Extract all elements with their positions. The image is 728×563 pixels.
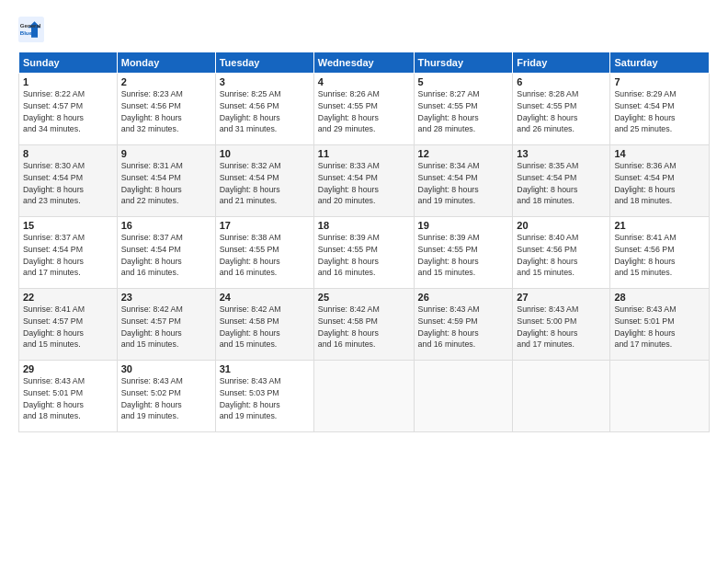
calendar-cell: 30Sunrise: 8:43 AM Sunset: 5:02 PM Dayli… <box>117 361 215 432</box>
day-info: Sunrise: 8:26 AM Sunset: 4:55 PM Dayligh… <box>318 88 410 135</box>
day-number: 12 <box>418 148 509 159</box>
day-number: 17 <box>220 220 310 231</box>
calendar-week-row: 15Sunrise: 8:37 AM Sunset: 4:54 PM Dayli… <box>19 217 710 289</box>
day-info: Sunrise: 8:43 AM Sunset: 5:03 PM Dayligh… <box>220 375 310 422</box>
weekday-header-wednesday: Wednesday <box>313 52 414 74</box>
weekday-header-saturday: Saturday <box>610 52 710 74</box>
day-number: 11 <box>318 148 410 159</box>
calendar-cell: 11Sunrise: 8:33 AM Sunset: 4:54 PM Dayli… <box>313 145 414 217</box>
logo: General Blue <box>18 17 44 42</box>
calendar-cell: 20Sunrise: 8:40 AM Sunset: 4:56 PM Dayli… <box>513 217 610 289</box>
calendar-cell: 19Sunrise: 8:39 AM Sunset: 4:55 PM Dayli… <box>414 217 513 289</box>
calendar-cell: 13Sunrise: 8:35 AM Sunset: 4:54 PM Dayli… <box>513 145 610 217</box>
day-info: Sunrise: 8:28 AM Sunset: 4:55 PM Dayligh… <box>517 88 606 135</box>
calendar-week-row: 1Sunrise: 8:22 AM Sunset: 4:57 PM Daylig… <box>19 74 710 145</box>
day-number: 28 <box>614 292 705 303</box>
day-number: 31 <box>220 363 310 374</box>
day-number: 27 <box>517 292 606 303</box>
calendar-cell: 8Sunrise: 8:30 AM Sunset: 4:54 PM Daylig… <box>19 145 118 217</box>
calendar-cell: 28Sunrise: 8:43 AM Sunset: 5:01 PM Dayli… <box>610 289 710 361</box>
calendar-cell: 12Sunrise: 8:34 AM Sunset: 4:54 PM Dayli… <box>414 145 513 217</box>
day-number: 29 <box>23 363 113 374</box>
day-info: Sunrise: 8:27 AM Sunset: 4:55 PM Dayligh… <box>418 88 509 135</box>
calendar-cell: 1Sunrise: 8:22 AM Sunset: 4:57 PM Daylig… <box>19 74 118 145</box>
calendar-cell: 23Sunrise: 8:42 AM Sunset: 4:57 PM Dayli… <box>117 289 215 361</box>
day-info: Sunrise: 8:37 AM Sunset: 4:54 PM Dayligh… <box>23 232 113 279</box>
day-info: Sunrise: 8:40 AM Sunset: 4:56 PM Dayligh… <box>517 232 606 279</box>
day-info: Sunrise: 8:42 AM Sunset: 4:58 PM Dayligh… <box>220 304 310 350</box>
calendar-cell: 15Sunrise: 8:37 AM Sunset: 4:54 PM Dayli… <box>19 217 118 289</box>
calendar-cell: 24Sunrise: 8:42 AM Sunset: 4:58 PM Dayli… <box>215 289 313 361</box>
calendar-cell: 3Sunrise: 8:25 AM Sunset: 4:56 PM Daylig… <box>215 74 313 145</box>
calendar-cell: 21Sunrise: 8:41 AM Sunset: 4:56 PM Dayli… <box>610 217 710 289</box>
day-info: Sunrise: 8:43 AM Sunset: 4:59 PM Dayligh… <box>418 304 509 350</box>
calendar-week-row: 8Sunrise: 8:30 AM Sunset: 4:54 PM Daylig… <box>19 145 710 217</box>
day-info: Sunrise: 8:36 AM Sunset: 4:54 PM Dayligh… <box>614 160 705 207</box>
day-number: 22 <box>23 292 113 303</box>
day-number: 18 <box>318 220 410 231</box>
day-number: 9 <box>121 148 211 159</box>
calendar-cell <box>414 361 513 432</box>
calendar-cell: 26Sunrise: 8:43 AM Sunset: 4:59 PM Dayli… <box>414 289 513 361</box>
day-info: Sunrise: 8:43 AM Sunset: 5:01 PM Dayligh… <box>23 375 113 422</box>
day-number: 1 <box>23 76 113 87</box>
day-number: 25 <box>318 292 410 303</box>
svg-text:Blue: Blue <box>20 29 33 36</box>
svg-text:General: General <box>20 22 41 29</box>
day-info: Sunrise: 8:34 AM Sunset: 4:54 PM Dayligh… <box>418 160 509 207</box>
day-info: Sunrise: 8:41 AM Sunset: 4:56 PM Dayligh… <box>614 232 705 279</box>
day-number: 16 <box>121 220 211 231</box>
day-number: 21 <box>614 220 705 231</box>
calendar-cell: 14Sunrise: 8:36 AM Sunset: 4:54 PM Dayli… <box>610 145 710 217</box>
calendar-cell <box>513 361 610 432</box>
day-number: 15 <box>23 220 113 231</box>
day-number: 6 <box>517 76 606 87</box>
weekday-header-sunday: Sunday <box>19 52 118 74</box>
weekday-header-friday: Friday <box>513 52 610 74</box>
day-info: Sunrise: 8:25 AM Sunset: 4:56 PM Dayligh… <box>220 88 310 135</box>
day-info: Sunrise: 8:30 AM Sunset: 4:54 PM Dayligh… <box>23 160 113 207</box>
day-info: Sunrise: 8:35 AM Sunset: 4:54 PM Dayligh… <box>517 160 606 207</box>
calendar-cell: 22Sunrise: 8:41 AM Sunset: 4:57 PM Dayli… <box>19 289 118 361</box>
calendar-week-row: 22Sunrise: 8:41 AM Sunset: 4:57 PM Dayli… <box>19 289 710 361</box>
weekday-header-monday: Monday <box>117 52 215 74</box>
day-number: 8 <box>23 148 113 159</box>
calendar-cell: 9Sunrise: 8:31 AM Sunset: 4:54 PM Daylig… <box>117 145 215 217</box>
calendar-cell: 16Sunrise: 8:37 AM Sunset: 4:54 PM Dayli… <box>117 217 215 289</box>
weekday-header-thursday: Thursday <box>414 52 513 74</box>
calendar-table: SundayMondayTuesdayWednesdayThursdayFrid… <box>18 52 710 432</box>
day-number: 14 <box>614 148 705 159</box>
calendar-cell: 2Sunrise: 8:23 AM Sunset: 4:56 PM Daylig… <box>117 74 215 145</box>
day-info: Sunrise: 8:41 AM Sunset: 4:57 PM Dayligh… <box>23 304 113 350</box>
day-number: 19 <box>418 220 509 231</box>
calendar-cell: 29Sunrise: 8:43 AM Sunset: 5:01 PM Dayli… <box>19 361 118 432</box>
day-info: Sunrise: 8:22 AM Sunset: 4:57 PM Dayligh… <box>23 88 113 135</box>
weekday-header-tuesday: Tuesday <box>215 52 313 74</box>
day-info: Sunrise: 8:43 AM Sunset: 5:01 PM Dayligh… <box>614 304 705 350</box>
day-number: 13 <box>517 148 606 159</box>
day-number: 20 <box>517 220 606 231</box>
day-number: 23 <box>121 292 211 303</box>
day-info: Sunrise: 8:29 AM Sunset: 4:54 PM Dayligh… <box>614 88 705 135</box>
calendar-cell: 27Sunrise: 8:43 AM Sunset: 5:00 PM Dayli… <box>513 289 610 361</box>
day-number: 2 <box>121 76 211 87</box>
calendar-cell <box>313 361 414 432</box>
calendar-cell: 7Sunrise: 8:29 AM Sunset: 4:54 PM Daylig… <box>610 74 710 145</box>
calendar-cell: 25Sunrise: 8:42 AM Sunset: 4:58 PM Dayli… <box>313 289 414 361</box>
calendar-cell: 6Sunrise: 8:28 AM Sunset: 4:55 PM Daylig… <box>513 74 610 145</box>
calendar-cell: 17Sunrise: 8:38 AM Sunset: 4:55 PM Dayli… <box>215 217 313 289</box>
calendar-week-row: 29Sunrise: 8:43 AM Sunset: 5:01 PM Dayli… <box>19 361 710 432</box>
day-info: Sunrise: 8:31 AM Sunset: 4:54 PM Dayligh… <box>121 160 211 207</box>
calendar-page: General Blue SundayMondayTuesdayWednesda… <box>0 0 728 563</box>
calendar-cell: 4Sunrise: 8:26 AM Sunset: 4:55 PM Daylig… <box>313 74 414 145</box>
header: General Blue <box>18 17 710 42</box>
calendar-cell: 10Sunrise: 8:32 AM Sunset: 4:54 PM Dayli… <box>215 145 313 217</box>
day-info: Sunrise: 8:38 AM Sunset: 4:55 PM Dayligh… <box>220 232 310 279</box>
day-number: 30 <box>121 363 211 374</box>
day-info: Sunrise: 8:42 AM Sunset: 4:57 PM Dayligh… <box>121 304 211 350</box>
calendar-cell: 18Sunrise: 8:39 AM Sunset: 4:55 PM Dayli… <box>313 217 414 289</box>
day-info: Sunrise: 8:33 AM Sunset: 4:54 PM Dayligh… <box>318 160 410 207</box>
day-info: Sunrise: 8:39 AM Sunset: 4:55 PM Dayligh… <box>318 232 410 279</box>
day-info: Sunrise: 8:42 AM Sunset: 4:58 PM Dayligh… <box>318 304 410 350</box>
day-info: Sunrise: 8:32 AM Sunset: 4:54 PM Dayligh… <box>220 160 310 207</box>
